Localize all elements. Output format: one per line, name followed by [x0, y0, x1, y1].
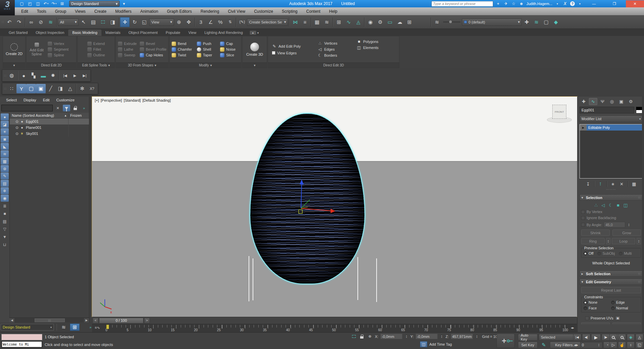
user-menu-chevron-icon[interactable]: ▾	[555, 2, 560, 5]
redo-scene-button[interactable]: ↷	[14, 17, 24, 27]
viewcube-front-face[interactable]: FRONT	[552, 105, 566, 119]
clear-search-icon[interactable]: ✕	[54, 105, 61, 111]
menu-item[interactable]: Animation	[136, 7, 163, 15]
select-and-rotate-button[interactable]: ↻	[130, 17, 139, 27]
add-time-tag-label[interactable]: Add Time Tag	[429, 342, 452, 346]
window-crossing-toggle[interactable]: ◨	[108, 17, 118, 27]
menu-item[interactable]: Graph Editors	[163, 7, 196, 15]
curve-editor-button[interactable]: ∿	[344, 17, 353, 27]
scrollbar-thumb[interactable]: |||	[35, 318, 65, 322]
explorer-flat-view-icon[interactable]: ■	[1, 210, 9, 217]
toolbar-grip[interactable]: ∷	[2, 20, 4, 24]
3d-from-shapes-panel-flyout[interactable]: 3D From Shapes▾	[116, 62, 168, 68]
menu-item[interactable]: Content	[302, 7, 325, 15]
favorites-star-icon[interactable]: ☆	[511, 1, 516, 6]
edit-named-selection-sets-button[interactable]: {✎}	[237, 17, 247, 27]
sim-play-button[interactable]: ▶	[70, 71, 80, 80]
snap-mode-button-6[interactable]: △	[65, 84, 75, 93]
select-objects-in-layer-button[interactable]: ▢	[541, 17, 551, 27]
constraint-face-radio[interactable]: Face	[584, 306, 605, 310]
previous-frame-slider-icon[interactable]: <	[93, 318, 98, 323]
new-scene-button[interactable]: ▢	[18, 1, 26, 7]
render-elements-button[interactable]: ⊞	[404, 17, 414, 27]
menu-item[interactable]: Group	[51, 7, 71, 15]
view-edges-toggle[interactable]: View Edges	[271, 51, 314, 55]
edge-subobject-icon[interactable]: ◁	[601, 203, 605, 208]
filter-containers-icon[interactable]: ▤	[1, 180, 9, 187]
frozen-cell[interactable]	[68, 124, 89, 131]
tab-hierarchy[interactable]: Ψ	[598, 98, 607, 105]
filter-geometry-icon[interactable]: ●	[1, 113, 9, 120]
borders-button[interactable]: ☾Borders	[316, 53, 353, 58]
named-selection-sets-dropdown[interactable]: Create Selection Se▾	[247, 18, 288, 26]
reference-coordinate-system-dropdown[interactable]: View▾	[149, 18, 174, 26]
absolute-offset-toggle-icon[interactable]: ⊕	[367, 334, 373, 339]
make-unique-icon[interactable]: ∗	[609, 180, 617, 188]
object-name-field[interactable]: Egg001	[579, 107, 634, 113]
visibility-eye-icon[interactable]: ⊙	[14, 126, 19, 130]
help-icon[interactable]: ?	[570, 1, 575, 6]
filter-groups-icon[interactable]: ▦	[1, 158, 9, 165]
auto-key-button[interactable]: Auto Key	[518, 334, 538, 341]
preserve-uvs-checkbox[interactable]	[585, 316, 589, 320]
explorer-search-input[interactable]	[1, 105, 53, 111]
project-browser-button[interactable]: ◍	[7, 71, 16, 80]
explorer-menu-item[interactable]: Display	[20, 98, 40, 102]
modifier-stack[interactable]: ▶ Editable Poly	[579, 124, 643, 179]
scene-row-egg001[interactable]: ⊙ ● Egg001	[10, 118, 89, 124]
snap-mode-button-4[interactable]: ╱	[46, 84, 55, 93]
toggle-layer-explorer-button[interactable]: ≋	[322, 17, 332, 27]
toolbar-grip[interactable]: ∷	[4, 74, 6, 78]
field-of-view-button[interactable]: ◬	[636, 334, 643, 341]
scene-row-plane001[interactable]: ⊙ ● Plane001	[10, 124, 89, 131]
angle-snap-toggle[interactable]: ∠	[206, 17, 215, 27]
explorer-notes-icon[interactable]: ▤	[1, 218, 9, 225]
go-to-start-button[interactable]: |◀	[573, 334, 581, 341]
shell-button[interactable]: Shell	[196, 47, 218, 52]
next-frame-slider-icon[interactable]: >	[144, 318, 150, 323]
create-new-layer-button[interactable]: ✚	[522, 17, 531, 27]
selection-filter-dropdown[interactable]: All▾	[58, 18, 79, 26]
ribbon-tab-get-started[interactable]: Get Started	[5, 30, 32, 36]
current-frame-marker[interactable]	[106, 325, 109, 329]
align-button[interactable]: ≡	[300, 17, 310, 27]
x-coordinate-field[interactable]: -0,0mm	[380, 334, 402, 339]
schematic-view-button[interactable]: ◬	[353, 17, 363, 27]
constraint-normal-radio[interactable]: Normal	[611, 306, 628, 310]
time-slider-value[interactable]: 0 / 100	[99, 318, 143, 323]
select-and-scale-button[interactable]: ◱	[139, 17, 149, 27]
render-production-button[interactable]: ☁	[395, 17, 404, 27]
exchange-apps-icon[interactable]: X	[562, 1, 568, 6]
menu-item[interactable]: Modifiers	[111, 7, 136, 15]
twist-button[interactable]: Twist	[171, 53, 195, 58]
pin-stack-icon[interactable]: ↧	[585, 180, 592, 188]
slice-button[interactable]: Slice	[219, 53, 237, 58]
zoom-extents-button[interactable]: ◈	[627, 334, 635, 341]
visibility-eye-icon[interactable]: ⊙	[14, 119, 19, 124]
selection-lock-icon[interactable]	[359, 334, 365, 339]
filter-cameras-icon[interactable]: ◙	[1, 136, 9, 143]
chamfer-button[interactable]: Chamfer	[171, 47, 195, 52]
snap-toggle-3d-button[interactable]: 3	[196, 17, 206, 27]
constraint-none-radio[interactable]: None	[584, 300, 605, 304]
orbit-button[interactable]: ♁	[627, 342, 635, 348]
search-icon[interactable]: ⌖	[496, 1, 501, 6]
previous-frame-button[interactable]: ◀|	[582, 334, 590, 341]
layer-dropdown[interactable]: 0 (default)▾	[462, 18, 522, 26]
cloth-tool-button[interactable]: ▚	[29, 71, 38, 80]
tab-display[interactable]: ▣	[617, 98, 626, 105]
snap-override-button[interactable]: X?	[87, 84, 97, 93]
scatter-tool-button[interactable]: ✸	[48, 71, 58, 80]
snap-grid-button[interactable]: ∷	[7, 84, 16, 93]
explorer-menu-item[interactable]: Customize	[53, 98, 78, 102]
toolbar-grip[interactable]: ∷	[4, 87, 6, 91]
explorer-filter-icon[interactable]: ▼	[1, 233, 9, 240]
communication-center-icon[interactable]: ✈	[503, 1, 509, 6]
menu-item[interactable]: Views	[71, 7, 90, 15]
menu-item[interactable]: Edit	[17, 7, 33, 15]
key-step-arrows-icon[interactable]: ◀▶	[573, 342, 579, 348]
capsule-tool-button[interactable]: ▬	[38, 71, 48, 80]
menu-item[interactable]: Scripting	[277, 7, 302, 15]
snap-mode-button-3[interactable]: ▣	[36, 84, 46, 93]
ribbon-tab-object-placement[interactable]: Object Placement	[124, 30, 162, 36]
